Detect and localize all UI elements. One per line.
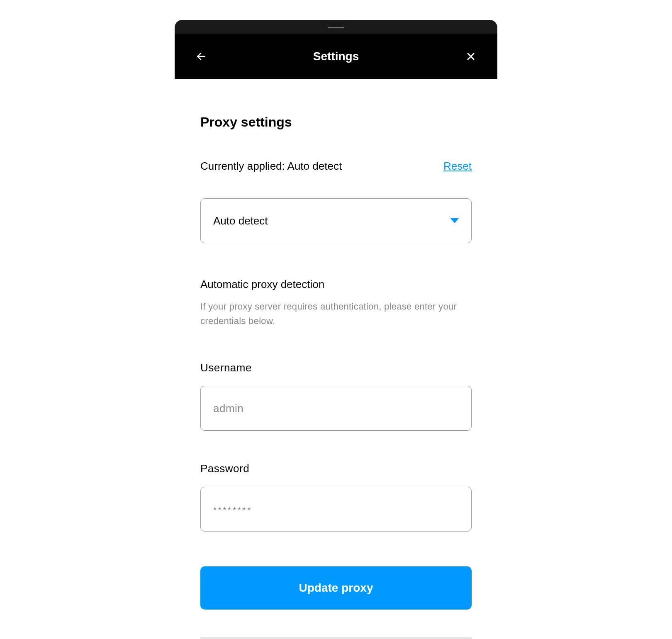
- arrow-left-icon: [196, 51, 207, 62]
- header-bar: Settings: [175, 34, 497, 79]
- select-value: Auto detect: [213, 215, 268, 227]
- applied-prefix: Currently applied:: [200, 160, 287, 172]
- content-area: Proxy settings Currently applied: Auto d…: [175, 79, 497, 639]
- username-input[interactable]: [200, 386, 472, 431]
- page-title: Proxy settings: [200, 115, 472, 130]
- back-button[interactable]: [195, 50, 208, 63]
- reset-link[interactable]: Reset: [443, 160, 472, 173]
- username-label: Username: [200, 361, 472, 374]
- chevron-down-icon: [450, 218, 459, 223]
- window-titlebar[interactable]: [175, 20, 497, 34]
- proxy-mode-select[interactable]: Auto detect: [200, 198, 472, 243]
- applied-value: Auto detect: [287, 160, 342, 172]
- password-input[interactable]: [200, 487, 472, 532]
- close-icon: [466, 51, 476, 61]
- header-title: Settings: [208, 50, 464, 63]
- currently-applied-text: Currently applied: Auto detect: [200, 160, 342, 173]
- update-proxy-button[interactable]: Update proxy: [200, 566, 472, 610]
- close-button[interactable]: [464, 50, 477, 63]
- auto-detection-title: Automatic proxy detection: [200, 278, 472, 291]
- app-window: Settings Proxy settings Currently applie…: [175, 20, 497, 639]
- footer-bar: M.: [200, 637, 472, 639]
- password-label: Password: [200, 462, 472, 475]
- applied-row: Currently applied: Auto detect Reset: [200, 160, 472, 173]
- auto-detection-help: If your proxy server requires authentica…: [200, 299, 472, 328]
- drag-handle-icon: [328, 26, 344, 28]
